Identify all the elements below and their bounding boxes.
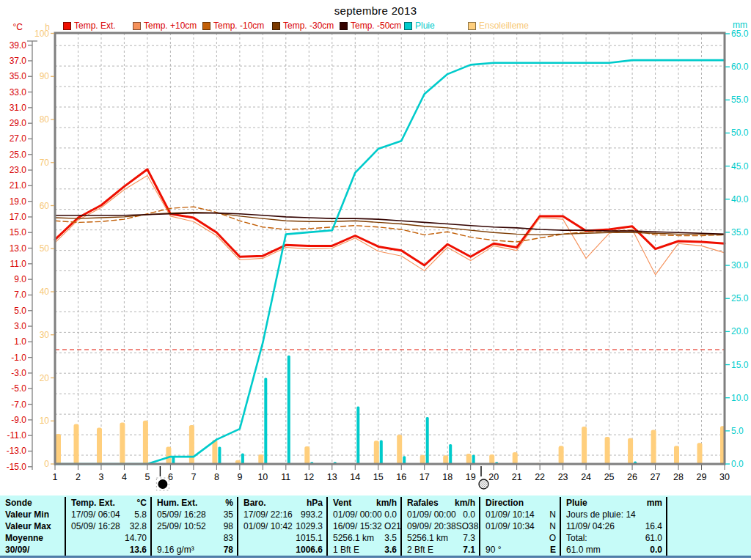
cell-value: 78 — [224, 544, 233, 556]
stats-row-label: Valeur Max — [0, 520, 65, 532]
ensoleillement-bar — [166, 447, 171, 465]
stats-col-empty — [666, 497, 751, 556]
stats-cell: 01/09/ 00:000.0 — [402, 509, 479, 520]
cell-value: 1029.3 — [296, 520, 323, 532]
svg-text:11: 11 — [281, 472, 290, 482]
ensoleillement-swatch-icon — [468, 22, 476, 30]
cell-value: 3.5 — [384, 532, 397, 544]
svg-text:39.0: 39.0 — [10, 40, 27, 51]
cell-value: 38.6 — [469, 520, 479, 532]
cell-value: 0.0 — [463, 509, 475, 520]
stats-cell: 14.70 — [66, 532, 150, 544]
cell-text: Sonde — [5, 497, 32, 509]
svg-text:20.0: 20.0 — [731, 326, 749, 336]
pluie-bar — [264, 378, 267, 464]
cell-text: 09/09/ 20:38SO — [407, 520, 469, 532]
ensoleillement-bar — [651, 430, 656, 464]
svg-text:-9.0: -9.0 — [11, 415, 26, 425]
stats-cell: 5256.1 km7.3 — [402, 532, 479, 544]
ensoleillement-bar — [582, 427, 587, 464]
svg-text:40: 40 — [40, 287, 50, 297]
svg-text:-13.0: -13.0 — [7, 446, 27, 456]
svg-text:21.0: 21.0 — [10, 180, 27, 191]
svg-text:19.0: 19.0 — [10, 196, 27, 207]
svg-text:24: 24 — [581, 472, 591, 482]
cell-text: Moyenne — [5, 532, 43, 544]
cell-text: Hum. Ext. — [157, 497, 197, 509]
svg-text:10.0: 10.0 — [731, 393, 749, 403]
cell-text: 30/09/ — [5, 544, 29, 556]
svg-text:80: 80 — [40, 114, 50, 125]
svg-text:90: 90 — [40, 71, 50, 81]
cell-value: km/h — [376, 497, 397, 509]
stats-cell: 90 °E — [480, 544, 560, 556]
cell-value: 98 — [224, 520, 233, 532]
stats-cell: 25/09/ 10:5298 — [152, 520, 237, 532]
stats-table: SondeValeur MinValeur MaxMoyenne30/09/Te… — [0, 495, 751, 558]
svg-text:mm: mm — [733, 20, 747, 30]
stats-cell: 17/09/ 22:16993.2 — [238, 509, 326, 520]
legend-item-temp-m50: Temp. -50cm — [340, 21, 404, 31]
cell-text: 61.0 mm — [566, 544, 601, 556]
stats-cell: O — [480, 532, 560, 544]
svg-text:17: 17 — [420, 472, 430, 482]
svg-text:-7.0: -7.0 — [11, 399, 26, 410]
svg-text:9.0: 9.0 — [14, 274, 26, 284]
svg-text:20: 20 — [488, 472, 499, 482]
stats-row-label: Moyenne — [0, 532, 65, 544]
cell-value: 7.3 — [463, 532, 475, 544]
svg-text:20: 20 — [40, 373, 50, 383]
pluie-bar — [356, 406, 359, 464]
stats-cell: 05/09/ 16:2835 — [152, 509, 237, 520]
stats-cell: Total:61.0 — [561, 532, 666, 544]
svg-text:28: 28 — [673, 472, 684, 482]
stats-cell: 01/09/ 10:421029.3 — [238, 520, 326, 532]
cell-text: 17/09/ 22:16 — [243, 509, 293, 520]
cell-value: N — [549, 520, 556, 532]
ensoleillement-bar — [674, 446, 679, 464]
stats-col-header: Ventkm/h — [328, 497, 400, 509]
svg-text:1: 1 — [53, 472, 58, 482]
cell-value: E — [550, 544, 556, 556]
svg-text:10: 10 — [40, 416, 50, 426]
svg-text:15: 15 — [373, 472, 384, 482]
ensoleillement-bar — [420, 455, 425, 464]
ensoleillement-bar — [374, 441, 379, 464]
stats-col-header: Direction — [480, 497, 560, 509]
svg-text:16: 16 — [396, 472, 406, 482]
cell-value: mm — [647, 497, 662, 509]
pluie-bar — [380, 441, 383, 465]
svg-text:30.0: 30.0 — [731, 260, 749, 270]
svg-text:22: 22 — [535, 472, 545, 482]
pluie-bar — [403, 456, 406, 464]
stats-cell: 1015.1 — [238, 532, 326, 544]
svg-text:-3.0: -3.0 — [11, 368, 26, 378]
svg-text:21: 21 — [512, 472, 522, 482]
stats-col-baro: Baro.hPa17/09/ 22:16993.201/09/ 10:42102… — [237, 497, 326, 556]
cell-value: 16.4 — [645, 520, 662, 532]
chart-background — [0, 0, 751, 495]
temp-m30-swatch-icon — [272, 22, 280, 30]
svg-text:14: 14 — [350, 472, 360, 482]
stats-row-label: Sonde — [0, 497, 65, 509]
svg-text:31.0: 31.0 — [10, 103, 27, 113]
svg-text:50.0: 50.0 — [731, 128, 749, 138]
cell-text: 17/09/ 06:04 — [71, 509, 120, 520]
temp-p10-swatch-icon — [133, 22, 141, 30]
cell-value: 0.0 — [650, 544, 662, 556]
svg-text:-1.0: -1.0 — [11, 353, 26, 363]
svg-text:30: 30 — [40, 330, 50, 340]
legend-label: Ensoleilleme — [479, 21, 529, 31]
ensoleillement-bar — [74, 424, 79, 464]
cell-text: Direction — [486, 497, 524, 509]
svg-text:29.0: 29.0 — [10, 118, 27, 128]
stats-cell: 61.0 mm0.0 — [561, 544, 666, 556]
ensoleillement-bar — [120, 423, 125, 464]
pluie-bar — [426, 417, 429, 464]
pluie-bar — [449, 444, 452, 464]
cell-value: 0.0 — [384, 509, 397, 520]
cell-value: 83 — [224, 532, 233, 544]
cell-text: 05/09/ 16:28 — [71, 520, 120, 532]
stats-col-hum-ext: Hum. Ext.%05/09/ 16:283525/09/ 10:529883… — [150, 497, 237, 556]
svg-text:60: 60 — [40, 201, 50, 211]
